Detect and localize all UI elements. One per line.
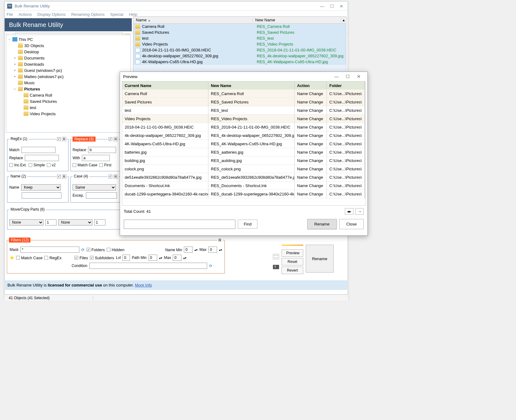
folder-tree[interactable]: − This PC 3D ObjectsDesktop+Documents+Do… xyxy=(6,35,131,133)
preview-row[interactable]: testRES_testName ChangeC:\Use...\Picture… xyxy=(122,106,365,115)
replace-reset[interactable]: R xyxy=(113,137,118,141)
regex-v2[interactable] xyxy=(47,163,51,167)
filter-matchcase[interactable] xyxy=(16,256,20,260)
col-folder[interactable]: Folder xyxy=(327,81,365,90)
replace-input[interactable] xyxy=(88,147,116,153)
tree-item[interactable]: Desktop xyxy=(7,49,129,55)
preview-scrollbar[interactable] xyxy=(365,81,365,198)
regex-replace-input[interactable] xyxy=(25,155,59,161)
case-excep-input[interactable] xyxy=(86,192,117,199)
replace-enabled[interactable] xyxy=(109,137,112,141)
tree-root[interactable]: − This PC xyxy=(7,36,129,42)
tree-item[interactable]: +Matteo (windows7-pc) xyxy=(7,73,129,80)
path-max-input[interactable] xyxy=(173,255,181,261)
movecopy-n1[interactable] xyxy=(45,219,56,225)
file-row[interactable]: 4k-desktop-wallpaper_065227602_309.jpgRE… xyxy=(133,53,346,59)
spinner-icon[interactable]: ▴▾ xyxy=(159,256,162,260)
menu-file[interactable]: File xyxy=(7,12,13,17)
movecopy-sel1[interactable]: None xyxy=(9,219,43,225)
lvl-input[interactable] xyxy=(122,255,130,261)
preview-rename-button[interactable]: Rename xyxy=(307,219,337,229)
preview-close[interactable]: ✕ xyxy=(353,74,364,79)
movecopy-n2[interactable] xyxy=(94,219,105,225)
name-select[interactable]: Keep xyxy=(21,184,61,190)
col-newname[interactable]: New Name xyxy=(253,18,341,22)
tree-item[interactable]: +Documents xyxy=(7,55,129,61)
regex-match-input[interactable] xyxy=(21,147,56,153)
tree-item[interactable]: Camera Roll xyxy=(7,92,129,98)
menu-special[interactable]: Special xyxy=(110,12,123,17)
folders-check[interactable] xyxy=(87,248,90,252)
expand-icon[interactable]: ⛶ xyxy=(273,254,279,259)
case-enabled[interactable] xyxy=(109,175,112,178)
regex-reset[interactable]: R xyxy=(62,137,66,141)
maximize-button[interactable]: ☐ xyxy=(330,4,334,9)
scroll-up-icon[interactable]: ▴ xyxy=(341,18,346,22)
menu-help[interactable]: Help xyxy=(129,12,137,17)
with-input[interactable] xyxy=(82,155,110,161)
filters-reset[interactable]: R xyxy=(219,238,221,243)
reset-button[interactable]: Reset xyxy=(282,258,303,265)
filter-regex[interactable] xyxy=(44,256,48,260)
more-info-link[interactable]: More Info xyxy=(135,283,152,287)
spinner-icon[interactable]: ▴▾ xyxy=(219,248,222,252)
replace-matchcase[interactable] xyxy=(73,163,76,167)
col-current[interactable]: Current Name xyxy=(122,81,208,90)
subfolders-check[interactable] xyxy=(90,256,94,260)
condition-input[interactable] xyxy=(89,263,207,269)
revert-button[interactable]: Revert xyxy=(282,267,303,274)
close-button[interactable]: ✕ xyxy=(340,4,343,9)
file-row[interactable]: Saved PicturesRES_Saved Pictures xyxy=(133,29,346,35)
regex-inc-ext[interactable] xyxy=(9,163,13,167)
preview-minimize[interactable]: — xyxy=(331,74,342,79)
file-row[interactable]: Camera RollRES_Camera Roll xyxy=(133,24,346,29)
minimize-button[interactable]: — xyxy=(320,4,324,9)
case-reset[interactable]: R xyxy=(113,174,118,179)
refresh-icon[interactable]: ⟳ xyxy=(81,247,85,252)
help-icon[interactable]: ? xyxy=(273,265,279,269)
preview-row[interactable]: building.jpgRES_auilding.jpgName ChangeC… xyxy=(122,156,365,165)
replace-first[interactable] xyxy=(99,163,103,167)
preview-row[interactable]: batteries.jpgRES_aatteries.jpgName Chang… xyxy=(122,148,365,156)
file-row[interactable]: 2018-04-21-11-01-00-IMG_0038.HEICRES_201… xyxy=(133,47,346,53)
preview-row[interactable]: 2018-04-21-11-01-00-IMG_0038.HEICRES_201… xyxy=(122,123,365,131)
col-name[interactable]: Name ▲ xyxy=(133,18,253,22)
preview-row[interactable]: de51eeafe3932862c908d80a78a6477e.jpgRES_… xyxy=(122,173,365,182)
col-new[interactable]: New Name xyxy=(208,81,295,90)
menu-display-options[interactable]: Display Options xyxy=(38,12,66,17)
tree-item[interactable]: +Downloads xyxy=(7,61,129,67)
regex-simple[interactable] xyxy=(29,163,32,167)
col-action[interactable]: Action xyxy=(295,81,327,90)
preview-row[interactable]: Documents - Shortcut.lnkRES_Documents - … xyxy=(122,182,365,190)
nav-next-icon[interactable]: → xyxy=(355,208,364,215)
file-row[interactable]: Video ProjectsRES_Video Projects xyxy=(133,41,346,47)
preview-maximize[interactable]: ☐ xyxy=(342,74,353,79)
preview-row[interactable]: colock.pngRES_colock.pngName ChangeC:\Us… xyxy=(122,165,365,173)
tree-item[interactable]: 3D Objects xyxy=(7,42,129,49)
menu-renaming-options[interactable]: Renaming Options xyxy=(71,12,105,17)
movecopy-sel2[interactable]: None xyxy=(58,219,92,225)
file-row[interactable]: 4K-Wallpapers-Cs65-Ultra-HD.jpgRES_4K-Wa… xyxy=(133,59,346,65)
preview-row[interactable]: ducati-1299-superleggera-3840x2160-4k-ra… xyxy=(122,190,365,198)
hidden-check[interactable] xyxy=(107,248,110,252)
name-enabled[interactable] xyxy=(57,175,61,178)
favorite-icon[interactable]: ⭐ xyxy=(10,256,14,260)
spinner-icon[interactable]: ▴▾ xyxy=(183,256,186,260)
tree-item[interactable]: Video Projects xyxy=(7,111,129,117)
name-max-input[interactable] xyxy=(208,247,217,253)
name-reset[interactable]: R xyxy=(62,174,66,179)
preview-table[interactable]: Current Name New Name Action Folder Came… xyxy=(122,81,366,206)
name-text-input[interactable] xyxy=(22,192,61,199)
preview-row[interactable]: Video ProjectsRES_Video ProjectsName Cha… xyxy=(122,115,365,123)
files-check[interactable] xyxy=(74,256,78,260)
spinner-icon[interactable]: ▴▾ xyxy=(194,248,198,252)
refresh-icon[interactable]: ⟳ xyxy=(209,264,212,268)
name-min-input[interactable] xyxy=(184,247,193,253)
path-min-input[interactable] xyxy=(149,255,157,261)
mask-input[interactable] xyxy=(20,247,79,253)
find-button[interactable]: Find xyxy=(238,220,257,229)
menu-actions[interactable]: Actions xyxy=(19,12,32,17)
preview-close-button[interactable]: Close xyxy=(339,219,364,229)
file-row[interactable]: testRES_test xyxy=(133,35,346,41)
preview-row[interactable]: 4K-Wallpapers-Cs65-Ultra-HD.jpgRES_4K-Wa… xyxy=(122,140,365,148)
